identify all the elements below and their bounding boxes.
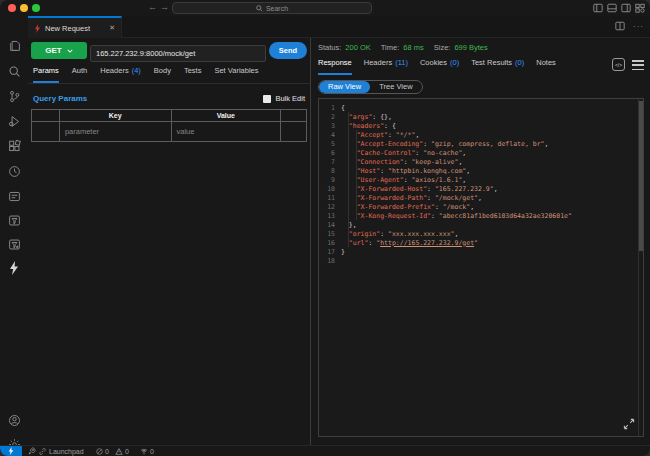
line-number: 8 (319, 167, 341, 175)
close-tab-icon[interactable]: ✕ (109, 24, 115, 32)
line-number: 10 (319, 185, 341, 193)
code-line: 12 "X-Forwarded-Prefix": "/mock", (319, 202, 637, 211)
bulk-edit-toggle[interactable]: Bulk Edit (263, 94, 305, 103)
size-value: 699 Bytes (454, 43, 487, 52)
ports-status-item[interactable]: 0 (140, 446, 154, 456)
warning-count: 0 (125, 448, 129, 455)
scrollbar[interactable] (638, 99, 643, 436)
minimize-window-button[interactable] (20, 4, 28, 12)
code-line: 6 "Cache-Control": "no-cache", (319, 148, 637, 157)
tab-tests[interactable]: Tests (184, 66, 202, 83)
send-button[interactable]: Send (269, 42, 307, 59)
raw-view-button[interactable]: Raw View (319, 81, 370, 93)
key-input-cell[interactable]: parameter (59, 122, 171, 142)
remote-indicator[interactable] (0, 446, 22, 456)
separator (28, 83, 310, 84)
search-bar[interactable]: Search (172, 2, 372, 14)
tab-body[interactable]: Body (154, 66, 171, 83)
search-view-icon[interactable] (6, 63, 22, 79)
launchpad-label: Launchpad (49, 448, 84, 455)
tab-cookies[interactable]: Cookies(0) (420, 58, 459, 75)
line-number: 5 (319, 140, 341, 148)
close-window-button[interactable] (8, 4, 16, 12)
tab-response[interactable]: Response (318, 58, 352, 75)
status-label: Status: (318, 43, 341, 52)
launchpad-status-item[interactable]: Launchpad (28, 446, 84, 456)
scrollbar-thumb[interactable] (639, 101, 643, 251)
tab-set-variables[interactable]: Set Variables (214, 66, 258, 83)
line-number: 3 (319, 122, 341, 130)
code-line: 15 "origin": "xxx.xxx.xxx.xxx", (319, 229, 637, 238)
extension-filter-icon[interactable] (6, 212, 22, 228)
run-debug-icon[interactable] (6, 113, 22, 129)
code-line: 7 "Connection": "keep-alive", (319, 157, 637, 166)
more-actions-icon[interactable]: ··· (633, 22, 644, 31)
row-actions-cell[interactable] (281, 122, 307, 142)
status-bar: Launchpad 0 0 0 (0, 445, 650, 456)
tab-test-results[interactable]: Test Results(0) (471, 58, 524, 75)
response-menu-icon[interactable] (632, 60, 644, 70)
value-column-header: Value (171, 110, 281, 122)
tab-new-request[interactable]: New Request ✕ (28, 16, 122, 38)
code-line: 8 "Host": "httpbin.konghq.com", (319, 166, 637, 175)
table-row: parameter value (32, 122, 307, 142)
customize-layout-icon[interactable] (635, 3, 645, 13)
table-header-row: Key Value (32, 110, 307, 122)
explorer-icon[interactable] (6, 37, 22, 53)
tab-headers[interactable]: Headers(11) (364, 58, 408, 75)
row-select-cell[interactable] (32, 122, 60, 142)
extension-filter-dot-icon[interactable] (6, 236, 22, 252)
rocket-icon (28, 447, 36, 455)
split-editor-icon[interactable] (615, 21, 625, 31)
error-icon (96, 448, 103, 455)
remote-lightning-icon (8, 447, 14, 455)
tab-auth[interactable]: Auth (72, 66, 87, 83)
tab-headers[interactable]: Headers(4) (100, 66, 141, 83)
line-number: 15 (319, 230, 341, 238)
warning-icon (115, 448, 123, 455)
line-number: 14 (319, 221, 341, 229)
source-control-icon[interactable] (6, 88, 22, 104)
line-number: 2 (319, 113, 341, 121)
line-number: 12 (319, 203, 341, 211)
key-column-header: Key (59, 110, 171, 122)
line-number: 1 (319, 104, 341, 112)
toggle-secondary-sidebar-icon[interactable] (621, 3, 631, 13)
method-select[interactable]: GET (31, 42, 87, 59)
response-format-icon[interactable]: </> (612, 58, 625, 71)
extension-box-icon[interactable] (6, 188, 22, 204)
view-toggle: Raw View Tree View (318, 80, 423, 94)
code-line: 16 "url": "http://165.227.232.9/get" (319, 238, 637, 247)
line-number: 16 (319, 239, 341, 247)
account-icon[interactable] (6, 412, 22, 428)
back-icon[interactable]: ← (148, 2, 157, 12)
problems-status-item[interactable]: 0 0 (96, 446, 129, 456)
code-line: 14 }, (319, 220, 637, 229)
toggle-primary-sidebar-icon[interactable] (593, 3, 603, 13)
tab-params[interactable]: Params (33, 66, 59, 83)
panel-divider[interactable] (310, 38, 311, 445)
thunder-client-icon[interactable] (6, 260, 22, 276)
toggle-panel-icon[interactable] (607, 3, 617, 13)
tree-view-button[interactable]: Tree View (370, 81, 421, 93)
tab-notes[interactable]: Notes (536, 58, 556, 75)
response-body-viewer[interactable]: 1{2 "args": {},3 "headers": {4 "Accept":… (318, 98, 644, 437)
url-input[interactable] (90, 45, 266, 62)
expand-response-icon[interactable] (623, 418, 635, 430)
query-params-table: Key Value parameter value (31, 109, 307, 142)
line-number: 18 (319, 257, 341, 265)
code-line: 17} (319, 247, 637, 256)
line-number: 9 (319, 176, 341, 184)
response-panel: Status: 200 OK Time: 68 ms Size: 699 Byt… (313, 38, 650, 445)
extensions-icon[interactable] (6, 138, 22, 154)
time-label: Time: (381, 43, 399, 52)
bulk-edit-checkbox[interactable] (263, 95, 271, 103)
tab-title: New Request (45, 24, 90, 33)
timeline-clock-icon[interactable] (6, 163, 22, 179)
request-tabs: ParamsAuthHeaders(4)BodyTestsSet Variabl… (33, 66, 259, 83)
method-label: GET (45, 46, 61, 55)
zoom-window-button[interactable] (32, 4, 40, 12)
forward-icon[interactable]: → (160, 2, 169, 12)
value-input-cell[interactable]: value (171, 122, 281, 142)
code-line: 11 "X-Forwarded-Path": "/mock/get", (319, 193, 637, 202)
